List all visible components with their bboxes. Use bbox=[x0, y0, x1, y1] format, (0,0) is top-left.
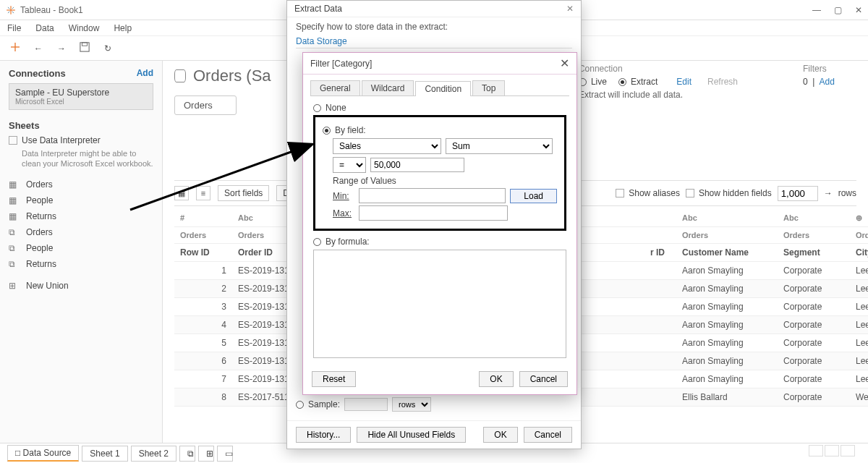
connection-live-radio[interactable]: Live bbox=[579, 77, 607, 87]
history-button[interactable]: History... bbox=[296, 427, 351, 443]
col-city[interactable]: City bbox=[850, 244, 868, 262]
min-label: Min: bbox=[333, 191, 354, 201]
link-icon: ⧉ bbox=[9, 227, 20, 237]
extract-cancel-button[interactable]: Cancel bbox=[524, 427, 572, 443]
tab-sheet1[interactable]: Sheet 1 bbox=[82, 446, 127, 462]
filters-heading: Filters bbox=[803, 64, 854, 74]
menu-help[interactable]: Help bbox=[114, 23, 132, 33]
col-rid[interactable]: r ID bbox=[644, 244, 676, 262]
sidebar-sheet-orders[interactable]: ▦Orders bbox=[9, 177, 153, 192]
field-select[interactable]: Sales bbox=[333, 138, 441, 154]
connections-heading: ConnectionsAdd bbox=[9, 68, 153, 79]
svg-rect-9 bbox=[82, 43, 88, 46]
use-data-interpreter-checkbox[interactable]: Use Data Interpreter bbox=[9, 135, 153, 145]
tableau-logo-icon bbox=[6, 5, 16, 15]
sample-unit-select[interactable]: rows bbox=[392, 397, 431, 412]
tableau-icon[interactable] bbox=[9, 41, 22, 55]
col-segment[interactable]: Segment bbox=[778, 244, 850, 262]
menu-window[interactable]: Window bbox=[69, 23, 100, 33]
sidebar-sheet-people-2[interactable]: ⧉People bbox=[9, 240, 153, 256]
filmstrip-icon[interactable] bbox=[809, 445, 823, 456]
rows-input[interactable] bbox=[778, 186, 818, 201]
by-formula-radio[interactable] bbox=[313, 238, 321, 246]
menu-file[interactable]: File bbox=[7, 23, 21, 33]
filter-dialog: Filter [Category]✕ General Wildcard Cond… bbox=[302, 52, 577, 395]
type-geo-icon: ⊕ bbox=[856, 213, 862, 222]
sort-sheets-icon[interactable] bbox=[841, 445, 855, 456]
refresh-icon[interactable]: ↻ bbox=[101, 43, 114, 54]
reset-button[interactable]: Reset bbox=[312, 371, 356, 387]
hide-unused-fields-button[interactable]: Hide All Unused Fields bbox=[357, 427, 466, 443]
close-icon[interactable]: ✕ bbox=[560, 56, 569, 70]
min-input[interactable] bbox=[359, 188, 506, 203]
window-close-icon[interactable]: ✕ bbox=[855, 5, 862, 15]
tab-general[interactable]: General bbox=[310, 80, 360, 95]
filter-cancel-button[interactable]: Cancel bbox=[519, 371, 568, 387]
sample-radio[interactable] bbox=[296, 401, 304, 409]
sample-count-input[interactable] bbox=[344, 398, 388, 411]
aggregation-select[interactable]: Sum bbox=[446, 138, 553, 154]
new-worksheet-icon[interactable]: ⧉ bbox=[179, 446, 195, 462]
value-input[interactable] bbox=[370, 158, 464, 172]
connection-edit-link[interactable]: Edit bbox=[676, 77, 692, 87]
sheets-heading: Sheets bbox=[9, 120, 153, 131]
max-input[interactable] bbox=[359, 205, 508, 221]
data-interpreter-hint: Data Interpreter might be able to clean … bbox=[22, 148, 153, 169]
save-icon[interactable] bbox=[78, 42, 91, 54]
tab-wildcard[interactable]: Wildcard bbox=[362, 80, 414, 95]
new-union-button[interactable]: ⊞New Union bbox=[9, 278, 153, 294]
new-story-icon[interactable]: ▭ bbox=[217, 446, 233, 462]
none-radio[interactable] bbox=[313, 104, 321, 112]
sidebar-sheet-orders-2[interactable]: ⧉Orders bbox=[9, 224, 153, 240]
type-text-icon: Abc bbox=[783, 213, 799, 222]
new-dashboard-icon[interactable]: ⊞ bbox=[198, 446, 214, 462]
show-aliases-checkbox[interactable]: Show aliases bbox=[616, 188, 680, 198]
menu-data[interactable]: Data bbox=[35, 23, 54, 33]
by-field-highlight-box: By field: Sales Sum = Range of Values Mi… bbox=[313, 115, 566, 231]
rows-arrow-icon[interactable]: → bbox=[824, 188, 833, 198]
sidebar-sheet-people[interactable]: ▦People bbox=[9, 192, 153, 208]
load-button[interactable]: Load bbox=[510, 189, 557, 203]
sample-label: Sample: bbox=[308, 399, 340, 409]
rows-label: rows bbox=[838, 188, 856, 198]
connection-refresh-link[interactable]: Refresh bbox=[707, 77, 738, 87]
sort-fields-button[interactable]: Sort fields bbox=[218, 185, 269, 201]
filter-ok-button[interactable]: OK bbox=[479, 371, 513, 387]
by-field-radio[interactable] bbox=[323, 127, 331, 135]
none-label: None bbox=[326, 103, 346, 113]
col-customer[interactable]: Customer Name bbox=[676, 244, 778, 262]
forward-icon[interactable]: → bbox=[55, 43, 68, 54]
link-icon: ⧉ bbox=[9, 243, 20, 253]
tab-data-source[interactable]: □ Data Source bbox=[7, 445, 79, 462]
operator-select[interactable]: = bbox=[333, 157, 366, 173]
data-storage-section[interactable]: Data Storage bbox=[296, 35, 572, 48]
show-sheets-icon[interactable] bbox=[825, 445, 839, 456]
svg-rect-8 bbox=[80, 43, 89, 51]
back-icon[interactable]: ← bbox=[32, 43, 45, 54]
tab-condition[interactable]: Condition bbox=[415, 81, 471, 96]
window-maximize-icon[interactable]: ▢ bbox=[834, 5, 842, 15]
close-icon[interactable]: ✕ bbox=[566, 4, 574, 14]
grid-view-icon[interactable]: ▦ bbox=[174, 186, 189, 200]
connection-item[interactable]: Sample - EU Superstore Microsoft Excel bbox=[9, 83, 153, 110]
add-connection-link[interactable]: Add bbox=[137, 68, 153, 78]
list-view-icon[interactable]: ≡ bbox=[196, 186, 210, 200]
union-icon: ⊞ bbox=[9, 281, 20, 291]
filters-add-link[interactable]: Add bbox=[819, 77, 834, 87]
connection-type: Microsoft Excel bbox=[15, 98, 147, 106]
formula-textarea[interactable] bbox=[313, 250, 566, 358]
col-rowid[interactable]: Row ID bbox=[174, 244, 232, 262]
show-hidden-fields-checkbox[interactable]: Show hidden fields bbox=[686, 188, 772, 198]
connection-name: Sample - EU Superstore bbox=[15, 88, 147, 98]
tab-top[interactable]: Top bbox=[472, 80, 505, 95]
datasource-title[interactable]: Orders (Sa bbox=[193, 67, 271, 85]
connection-extract-radio[interactable]: Extract bbox=[618, 77, 658, 87]
sidebar-sheet-returns-2[interactable]: ⧉Returns bbox=[9, 256, 153, 272]
tab-sheet2[interactable]: Sheet 2 bbox=[131, 446, 176, 462]
left-sidebar: ConnectionsAdd Sample - EU Superstore Mi… bbox=[0, 61, 163, 443]
extract-ok-button[interactable]: OK bbox=[483, 427, 517, 443]
window-minimize-icon[interactable]: — bbox=[812, 5, 821, 15]
svg-line-3 bbox=[12, 7, 14, 8]
table-pill-orders[interactable]: Orders bbox=[174, 95, 237, 115]
sidebar-sheet-returns[interactable]: ▦Returns bbox=[9, 208, 153, 224]
